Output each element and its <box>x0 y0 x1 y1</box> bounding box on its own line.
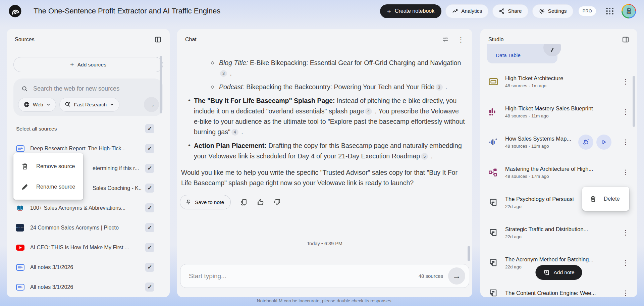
studio-item-meta: 48 sources · 1m ago <box>505 83 617 88</box>
citation-chip[interactable]: 3 <box>220 70 227 77</box>
google-apps-grid-button[interactable] <box>606 8 613 15</box>
citation-chip[interactable]: 4 <box>365 108 372 115</box>
select-all-checkbox[interactable] <box>145 124 154 133</box>
share-button[interactable]: Share <box>492 4 528 18</box>
mindmap-icon <box>488 168 497 177</box>
header-actions: + Create notebook Analytics Share <box>380 4 636 18</box>
chat-text-block: Blog Title: E-Bike Bikepacking: Essentia… <box>181 58 465 79</box>
source-checkbox[interactable] <box>145 263 154 272</box>
select-all-label: Select all sources <box>16 126 57 132</box>
more-options-button[interactable]: ⋮ <box>621 78 630 86</box>
add-note-button[interactable]: Add note <box>535 265 582 280</box>
notebook-title[interactable]: The One-Sentence Profit Extractor and AI… <box>34 7 380 15</box>
studio-item-row[interactable]: High-Ticket Mastery Sales Blueprint 48 s… <box>480 97 637 127</box>
source-checkbox[interactable] <box>145 164 154 173</box>
citation-chip[interactable]: 4 <box>231 129 238 136</box>
source-type-icon <box>16 224 25 232</box>
chat-more-options-icon[interactable]: ⋮ <box>458 36 464 44</box>
copy-icon[interactable] <box>240 198 248 206</box>
source-row[interactable]: AI CEO: THIS is How I'd Make My First ..… <box>7 238 170 257</box>
studio-item-text: How Sales Systems Map... 48 sources · 12… <box>505 136 588 149</box>
collapse-panel-icon[interactable] <box>154 36 162 43</box>
studio-type-icon <box>488 138 500 147</box>
studio-context-menu[interactable]: Delete <box>582 187 629 211</box>
settings-button[interactable]: Settings <box>532 4 573 18</box>
chat-input[interactable] <box>189 272 415 280</box>
fast-research-icon <box>65 101 71 108</box>
web-search-box: Search the web for new sources Web <box>13 79 163 116</box>
source-checkbox[interactable] <box>145 203 154 212</box>
source-checkbox[interactable] <box>145 283 154 292</box>
studio-item-title: High Ticket Architecture <box>505 75 617 82</box>
gear-icon <box>539 8 545 14</box>
source-row[interactable]: 24 Common Sales Acronyms | Plecto <box>7 218 170 238</box>
studio-item-row[interactable]: How Sales Systems Map... 48 sources · 12… <box>480 127 637 157</box>
studio-item-title: High-Ticket Mastery Sales Blueprint <box>505 105 617 112</box>
flashcards-icon <box>488 78 498 86</box>
play-audio-button[interactable] <box>596 135 611 150</box>
add-sources-button[interactable]: + Add sources <box>13 57 163 72</box>
more-options-button[interactable]: ⋮ <box>621 259 630 267</box>
notebooklm-logo-icon[interactable] <box>9 5 21 17</box>
send-message-button[interactable]: → <box>448 267 465 285</box>
expand-panel-icon[interactable] <box>622 36 629 43</box>
sources-panel-header: Sources <box>7 29 170 50</box>
studio-type-icon <box>488 78 500 86</box>
user-avatar[interactable] <box>622 4 636 18</box>
source-type-icon <box>16 205 25 211</box>
studio-type-icon <box>488 168 500 177</box>
scrollbar-thumb[interactable] <box>160 56 162 113</box>
share-icon <box>499 8 505 14</box>
source-row[interactable]: All notes 3/1/2026 <box>7 257 170 277</box>
more-options-button[interactable]: ⋮ <box>621 108 630 116</box>
studio-item-meta: 48 sources · 17m ago <box>505 174 617 179</box>
create-notebook-button[interactable]: + Create notebook <box>380 4 442 18</box>
studio-item-row[interactable]: Mastering the Architecture of High... 48… <box>480 157 637 187</box>
studio-item-text: Mastering the Architecture of High... 48… <box>505 166 617 179</box>
chat-text-block: Action Plan Placement: Drafting the copy… <box>181 141 465 161</box>
scrollbar-thumb[interactable] <box>633 76 635 127</box>
citation-chip[interactable]: 5 <box>421 153 428 160</box>
source-checkbox[interactable] <box>145 184 154 193</box>
studio-list: High Ticket Architecture 48 sources · 1m… <box>480 66 637 297</box>
analytics-button[interactable]: Analytics <box>445 4 488 18</box>
submit-search-button[interactable]: → <box>144 97 159 112</box>
studio-item-text: High-Ticket Mastery Sales Blueprint 48 s… <box>505 105 617 118</box>
source-checkbox[interactable] <box>145 144 154 153</box>
more-options-button[interactable]: ⋮ <box>621 289 630 297</box>
scrollbar-thumb[interactable] <box>468 246 470 261</box>
thumbs-up-icon[interactable] <box>257 198 264 206</box>
remove-source-menu-item[interactable]: Remove source <box>13 156 83 176</box>
save-to-note-button[interactable]: Save to note <box>180 195 231 209</box>
chat-settings-icon[interactable] <box>442 36 449 43</box>
studio-item-row[interactable]: High Ticket Architecture 48 sources · 1m… <box>480 66 637 97</box>
search-row[interactable]: Search the web for new sources <box>18 83 159 97</box>
more-options-button[interactable]: ⋮ <box>621 168 630 176</box>
source-type-icon <box>16 145 25 152</box>
more-options-button[interactable]: ⋮ <box>621 138 630 146</box>
source-row[interactable]: All notes 3/1/2026 <box>7 277 170 297</box>
source-checkbox[interactable] <box>145 223 154 232</box>
rename-source-menu-item[interactable]: Rename source <box>13 176 83 197</box>
chat-panel: Chat ⋮ Blog Title: E-Bike Bikepacking: E… <box>177 29 472 297</box>
studio-item-row[interactable]: The Content Creation Engine: Wee... ⋮ <box>480 278 637 297</box>
source-checkbox[interactable] <box>145 243 154 252</box>
more-options-button[interactable]: ⋮ <box>621 228 630 237</box>
delete-menu-item[interactable]: Delete <box>604 196 620 202</box>
source-row[interactable]: 100+ Sales Acronyms & Abbreviations... <box>7 198 170 218</box>
studio-item-row[interactable]: Strategic Traffic and Distribution... 22… <box>480 217 637 248</box>
thumbs-down-icon[interactable] <box>273 198 281 206</box>
studio-item-title: Mastering the Architecture of High... <box>505 166 617 172</box>
studio-item-actions <box>578 135 611 150</box>
search-input[interactable]: Search the web for new sources <box>33 85 119 92</box>
studio-item-title: The Content Creation Engine: Wee... <box>505 290 617 296</box>
interactive-mode-button[interactable] <box>578 135 593 150</box>
chat-text-block: Podcast: Bikepacking the Backcountry: Po… <box>181 82 465 92</box>
web-filter-dropdown[interactable]: Web <box>18 98 56 112</box>
citation-chip[interactable]: 3 <box>436 84 443 91</box>
chat-timestamp: Today • 6:39 PM <box>177 241 472 246</box>
research-mode-dropdown[interactable]: Fast Research <box>59 98 120 112</box>
book-source-icon <box>16 205 24 211</box>
trash-icon <box>21 162 29 170</box>
studio-item-meta: 22d ago <box>505 234 617 239</box>
